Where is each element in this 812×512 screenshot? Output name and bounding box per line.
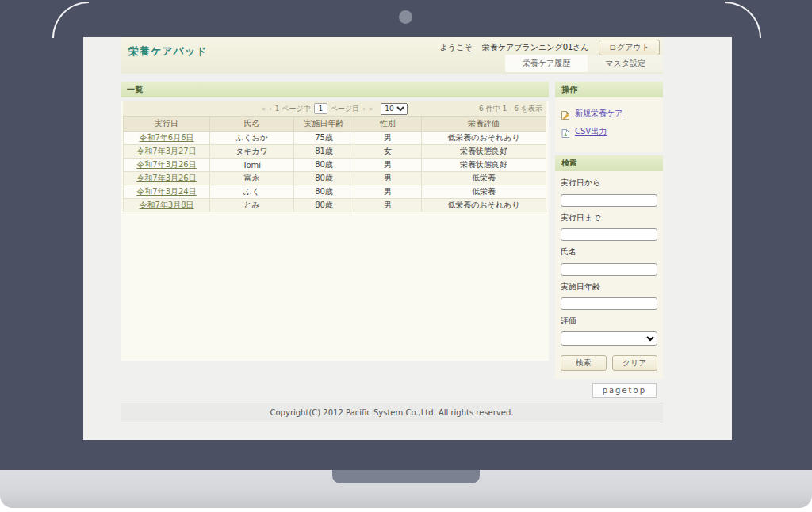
cell-name: Tomi (210, 159, 294, 172)
record-date-link[interactable]: 令和7年6月6日 (139, 133, 193, 142)
list-section-title: 一覧 (121, 82, 549, 97)
age-label: 実施日年齢 (561, 281, 657, 292)
logout-button[interactable]: ログアウト (599, 40, 660, 55)
new-care-link-row: 新規栄養ケア (561, 108, 657, 119)
exec-date-from-label: 実行日から (561, 178, 657, 189)
table-row: 令和7年3月8日 とみ 80歳 男 低栄養のおそれあり (124, 199, 546, 212)
list-box: « ‹ 1 ページ中 ページ目 › » 10 (121, 101, 549, 361)
table-row: 令和7年3月26日 富永 80歳 男 低栄養 (124, 172, 546, 185)
main-nav: 栄養ケア履歴 マスタ設定 (505, 55, 663, 72)
cell-sex: 女 (354, 145, 422, 159)
exec-date-from-input[interactable] (561, 194, 657, 207)
prev-page-icon[interactable]: ‹ (269, 105, 272, 113)
laptop-base (0, 470, 812, 508)
nav-tab-care-history[interactable]: 栄養ケア履歴 (505, 55, 588, 72)
cell-age: 80歳 (294, 172, 354, 185)
pagination-bar: « ‹ 1 ページ中 ページ目 › » 10 (123, 101, 546, 116)
main-content: 一覧 « ‹ 1 ページ中 ページ目 › » (121, 82, 663, 379)
record-date-link[interactable]: 令和7年3月8日 (139, 201, 193, 209)
site-footer: Copyright(C) 2012 Pacific System Co.,Ltd… (121, 403, 663, 422)
per-page-select[interactable]: 10 (381, 103, 408, 115)
record-date-link[interactable]: 令和7年3月26日 (136, 174, 196, 182)
table-row: 令和7年3月27日 タキカワ 81歳 女 栄養状態良好 (124, 145, 546, 159)
clear-button[interactable]: クリア (612, 355, 658, 371)
nav-tab-master-settings[interactable]: マスタ設定 (588, 55, 663, 72)
cell-sex: 男 (354, 199, 422, 212)
pagetop-button[interactable]: pagetop (592, 383, 657, 398)
webcam-dot (399, 10, 412, 24)
age-input[interactable] (561, 297, 657, 310)
page-of-label: 1 ページ中 (275, 104, 311, 114)
welcome-label: ようこそ (440, 42, 473, 53)
last-page-icon[interactable]: » (369, 105, 373, 113)
cell-evaluation: 低栄養 (422, 185, 546, 199)
search-buttons-row: 検索 クリア (561, 355, 657, 371)
record-date-link[interactable]: 令和7年3月26日 (136, 160, 196, 169)
cell-name: とみ (210, 199, 294, 212)
cell-name: ふくおか (210, 132, 294, 145)
care-record-table: 実行日 氏名 実施日年齢 性別 栄養評価 令和7年6月6日 (123, 116, 546, 212)
exec-date-to-label: 実行日まで (561, 212, 657, 224)
evaluation-select[interactable] (561, 331, 657, 346)
cell-name: タキカワ (210, 145, 294, 159)
new-care-link[interactable]: 新規栄養ケア (575, 108, 622, 119)
cell-sex: 男 (354, 185, 422, 199)
logged-in-username: 栄養ケアプランニング01さん (482, 42, 589, 53)
new-care-icon (561, 109, 571, 119)
result-count-text: 6 件中 1 - 6 を表示 (408, 104, 542, 114)
cell-evaluation: 栄養状態良好 (422, 159, 546, 172)
current-page-input[interactable] (314, 103, 327, 114)
webpage: 栄養ケアパッド ようこそ 栄養ケアプランニング01さん ログアウト 栄養ケア履歴… (121, 37, 663, 422)
operations-section-title: 操作 (555, 82, 663, 97)
page-suffix-label: ページ目 (331, 104, 359, 114)
app-logo: 栄養ケアパッド (128, 44, 208, 59)
first-page-icon[interactable]: « (262, 105, 266, 113)
table-row: 令和7年3月26日 Tomi 80歳 男 栄養状態良好 (124, 159, 546, 172)
bezel-corner-highlight-right (725, 2, 761, 38)
pagination-controls: « ‹ 1 ページ中 ページ目 › » 10 (262, 103, 408, 115)
list-panel: 一覧 « ‹ 1 ページ中 ページ目 › » (121, 82, 549, 361)
welcome-row: ようこそ 栄養ケアプランニング01さん ログアウト (440, 40, 660, 55)
laptop-screen: 栄養ケアパッド ようこそ 栄養ケアプランニング01さん ログアウト 栄養ケア履歴… (83, 37, 732, 440)
cell-evaluation: 低栄養のおそれあり (422, 199, 546, 212)
col-header-exec-date: 実行日 (124, 117, 210, 132)
cell-sex: 男 (354, 159, 422, 172)
cell-sex: 男 (354, 172, 422, 185)
csv-export-icon (561, 127, 571, 137)
bezel-corner-highlight-left (52, 2, 89, 38)
csv-export-link[interactable]: CSV出力 (575, 126, 607, 137)
record-date-link[interactable]: 令和7年3月24日 (136, 187, 196, 196)
laptop-notch (332, 470, 480, 483)
search-box: 実行日から 実行日まで 氏名 実施日年齢 評価 検索 (555, 171, 663, 379)
cell-evaluation: 栄養状態良好 (422, 145, 546, 159)
search-section-title: 検索 (555, 155, 663, 171)
cell-age: 80歳 (294, 185, 354, 199)
cell-evaluation: 低栄養 (422, 172, 546, 185)
cell-evaluation: 低栄養のおそれあり (422, 132, 546, 145)
table-row: 令和7年3月24日 ふく 80歳 男 低栄養 (124, 185, 546, 199)
exec-date-to-input[interactable] (561, 228, 657, 241)
search-button[interactable]: 検索 (561, 355, 607, 371)
cell-age: 81歳 (294, 145, 354, 159)
col-header-sex: 性別 (354, 117, 422, 132)
table-row: 令和7年6月6日 ふくおか 75歳 男 低栄養のおそれあり (124, 132, 546, 145)
cell-age: 80歳 (294, 199, 354, 212)
sidebar: 操作 新規栄養ケア (555, 82, 663, 379)
cell-age: 75歳 (294, 132, 354, 145)
cell-age: 80歳 (294, 159, 354, 172)
next-page-icon[interactable]: › (362, 105, 366, 113)
evaluation-label: 評価 (561, 315, 657, 327)
record-date-link[interactable]: 令和7年3月27日 (136, 147, 196, 155)
col-header-name: 氏名 (210, 117, 294, 132)
pagetop-row: pagetop (121, 383, 663, 400)
cell-name: 富永 (210, 172, 294, 185)
cell-name: ふく (210, 185, 294, 199)
col-header-age: 実施日年齢 (294, 117, 354, 132)
operations-box: 新規栄養ケア CSV出力 (555, 97, 663, 152)
table-header-row: 実行日 氏名 実施日年齢 性別 栄養評価 (124, 117, 546, 132)
col-header-evaluation: 栄養評価 (422, 117, 546, 132)
csv-export-link-row: CSV出力 (561, 126, 657, 137)
name-input[interactable] (561, 263, 657, 276)
site-header: 栄養ケアパッド ようこそ 栄養ケアプランニング01さん ログアウト 栄養ケア履歴… (121, 37, 663, 74)
cell-sex: 男 (354, 132, 422, 145)
